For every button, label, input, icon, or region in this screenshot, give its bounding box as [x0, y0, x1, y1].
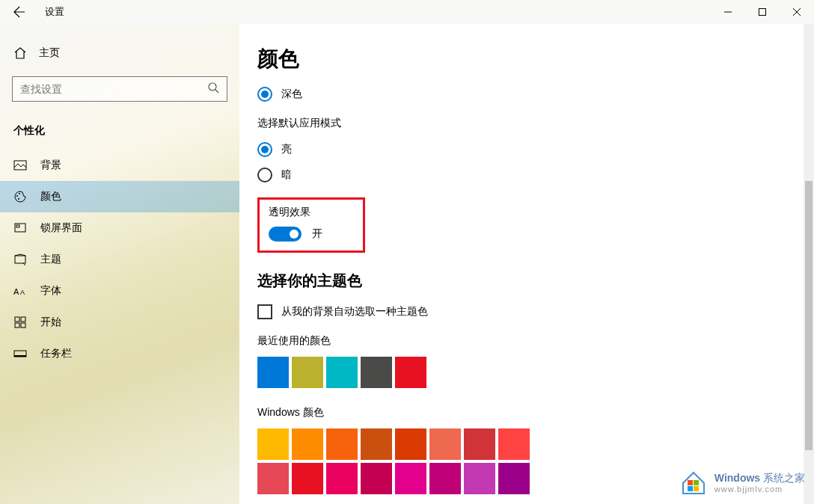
sidebar-item-themes[interactable]: 主题 [0, 244, 239, 275]
radio-label: 深色 [281, 87, 302, 101]
svg-rect-17 [688, 480, 693, 485]
color-swatch[interactable] [361, 357, 392, 388]
radio-dark-app[interactable]: 暗 [257, 168, 814, 182]
fonts-icon: AA [13, 284, 27, 298]
svg-point-1 [209, 83, 216, 90]
lockscreen-icon [13, 221, 27, 235]
color-swatch[interactable] [498, 463, 530, 494]
sidebar-item-colors[interactable]: 颜色 [0, 181, 239, 212]
watermark: Windows 系统之家 www.bjjmlv.com [679, 468, 805, 498]
svg-rect-19 [688, 486, 693, 491]
highlight-annotation: 透明效果 开 [257, 197, 365, 253]
svg-rect-0 [759, 9, 766, 16]
color-swatch[interactable] [395, 357, 426, 388]
svg-rect-12 [21, 317, 25, 322]
sidebar-item-label: 开始 [40, 316, 61, 329]
close-button[interactable] [780, 0, 814, 24]
search-input[interactable] [20, 83, 207, 95]
transparency-label: 透明效果 [269, 206, 322, 219]
search-icon [207, 82, 219, 96]
home-label: 主页 [39, 46, 60, 60]
radio-light[interactable]: 亮 [257, 142, 814, 157]
home-link[interactable]: 主页 [0, 39, 239, 67]
colors-icon [13, 190, 27, 203]
color-swatch[interactable] [395, 428, 426, 460]
color-swatch[interactable] [395, 463, 426, 494]
sidebar-item-taskbar[interactable]: 任务栏 [0, 338, 239, 369]
svg-rect-13 [15, 323, 19, 328]
color-swatch[interactable] [361, 463, 392, 494]
section-header: 个性化 [0, 117, 239, 150]
content: 颜色 深色 选择默认应用模式 亮 暗 透明效果 开 选择你的主题色 从我的背景自… [239, 24, 814, 504]
svg-rect-18 [694, 480, 699, 485]
color-swatch[interactable] [326, 428, 358, 460]
themes-icon [13, 253, 27, 266]
taskbar-icon [13, 347, 27, 360]
color-swatch[interactable] [326, 357, 358, 388]
sidebar: 主页 个性化 背景 颜色 锁屏界面 主题 AA 字体 [0, 24, 239, 504]
recent-colors-label: 最近使用的颜色 [257, 334, 814, 348]
recent-colors [257, 357, 814, 388]
maximize-button[interactable] [745, 0, 780, 24]
sidebar-item-label: 颜色 [40, 190, 61, 203]
toggle-state: 开 [312, 227, 322, 241]
back-button[interactable] [12, 4, 27, 19]
titlebar: 设置 [0, 0, 814, 24]
color-swatch[interactable] [257, 463, 289, 494]
svg-rect-8 [15, 256, 25, 263]
transparency-toggle[interactable] [269, 227, 302, 242]
sidebar-item-label: 锁屏界面 [40, 221, 82, 235]
svg-rect-7 [16, 225, 19, 227]
svg-point-3 [16, 195, 18, 197]
windows-colors-label: Windows 颜色 [257, 406, 814, 420]
windows-logo-icon [679, 468, 709, 498]
sidebar-item-label: 主题 [40, 253, 61, 266]
window-controls [711, 0, 814, 24]
svg-text:A: A [20, 289, 25, 296]
sidebar-item-label: 背景 [40, 159, 61, 172]
svg-point-4 [19, 193, 20, 194]
svg-point-5 [18, 198, 19, 200]
svg-rect-20 [694, 486, 699, 491]
radio-dark[interactable]: 深色 [257, 87, 814, 102]
radio-indicator [257, 87, 272, 102]
color-swatch[interactable] [292, 357, 323, 388]
home-icon [13, 46, 27, 60]
scrollbar[interactable] [804, 24, 814, 504]
sidebar-item-label: 任务栏 [40, 347, 72, 360]
watermark-brand: Windows 系统之家 [714, 472, 805, 485]
color-swatch[interactable] [429, 428, 461, 460]
radio-indicator [257, 142, 272, 157]
color-swatch[interactable] [257, 428, 289, 460]
start-icon [13, 316, 27, 329]
color-swatch[interactable] [429, 463, 461, 494]
svg-text:A: A [13, 287, 19, 296]
color-swatch[interactable] [464, 463, 495, 494]
color-swatch[interactable] [257, 357, 289, 388]
color-swatch[interactable] [326, 463, 358, 494]
search-box[interactable] [12, 76, 227, 102]
accent-title: 选择你的主题色 [257, 271, 814, 291]
sidebar-item-lockscreen[interactable]: 锁屏界面 [0, 212, 239, 244]
minimize-button[interactable] [711, 0, 745, 24]
radio-label: 暗 [281, 168, 292, 182]
svg-rect-14 [21, 323, 25, 328]
sidebar-item-background[interactable]: 背景 [0, 150, 239, 181]
sidebar-item-start[interactable]: 开始 [0, 307, 239, 338]
page-title: 颜色 [257, 45, 814, 73]
svg-rect-11 [15, 317, 19, 322]
color-swatch[interactable] [498, 428, 530, 460]
sidebar-item-label: 字体 [40, 284, 61, 298]
svg-rect-16 [14, 355, 26, 357]
watermark-url: www.bjjmlv.com [714, 485, 805, 494]
background-icon [13, 159, 27, 172]
auto-accent-checkbox[interactable]: 从我的背景自动选取一种主题色 [257, 304, 814, 319]
color-swatch[interactable] [361, 428, 392, 460]
app-mode-label: 选择默认应用模式 [257, 117, 814, 130]
color-swatch[interactable] [292, 463, 323, 494]
color-swatch[interactable] [292, 428, 323, 460]
radio-label: 亮 [281, 143, 292, 156]
color-swatch[interactable] [464, 428, 495, 460]
scrollbar-thumb[interactable] [805, 181, 813, 450]
sidebar-item-fonts[interactable]: AA 字体 [0, 275, 239, 307]
